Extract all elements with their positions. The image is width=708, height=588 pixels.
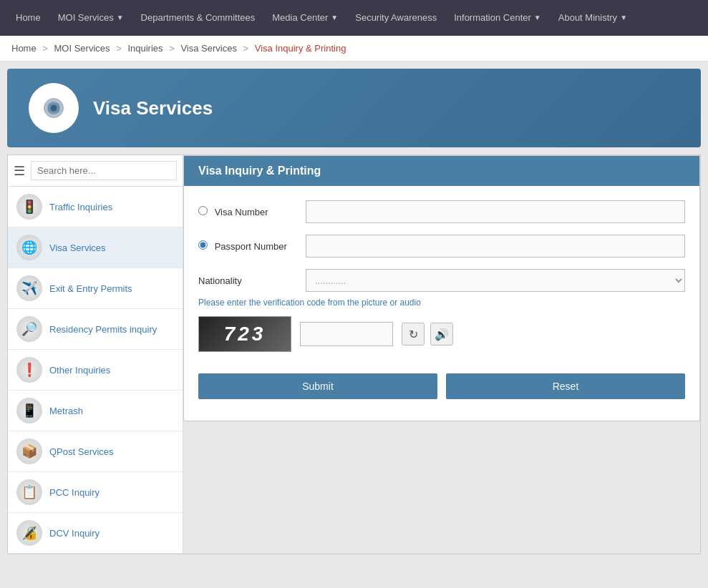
- sidebar-label-visa: Visa Services: [49, 242, 106, 253]
- nav-departments[interactable]: Departments & Committees: [132, 0, 264, 36]
- sidebar-item-exit-entry[interactable]: ✈️ Exit & Entry Permits: [8, 268, 183, 309]
- breadcrumb-sep-1: >: [42, 43, 48, 54]
- top-navigation: Home MOI Services ▼ Departments & Commit…: [0, 0, 708, 36]
- sidebar-label-metrash: Metrash: [49, 406, 83, 416]
- form-section: Visa Inquiry & Printing Visa Number Pass…: [183, 155, 700, 421]
- nationality-label: Nationality: [198, 275, 299, 286]
- sidebar-item-other[interactable]: ❗ Other Inquiries: [8, 350, 183, 391]
- visa-number-row: Visa Number: [198, 200, 685, 223]
- breadcrumb-visa-services[interactable]: Visa Services: [180, 43, 237, 54]
- captcha-image: 723: [198, 316, 291, 352]
- captcha-row: 723 ↻ 🔊: [198, 316, 685, 352]
- content-panel: Visa Inquiry & Printing Visa Number Pass…: [183, 155, 700, 554]
- nav-media-center[interactable]: Media Center ▼: [263, 0, 346, 36]
- banner-title: Visa Services: [93, 97, 213, 119]
- sidebar-label-pcc: PCC Inquiry: [49, 487, 100, 498]
- nav-home[interactable]: Home: [7, 0, 49, 36]
- sidebar-item-metrash[interactable]: 📱 Metrash: [8, 391, 183, 431]
- passport-number-input[interactable]: [306, 235, 685, 258]
- visa-number-input[interactable]: [306, 200, 685, 223]
- sidebar-label-dcv: DCV Inquiry: [49, 528, 100, 539]
- about-ministry-dropdown-arrow: ▼: [620, 0, 627, 36]
- passport-number-radio[interactable]: [198, 240, 208, 250]
- captcha-actions: ↻ 🔊: [402, 323, 453, 346]
- moi-services-dropdown-arrow: ▼: [117, 0, 124, 36]
- sidebar-label-traffic: Traffic Inquiries: [49, 202, 112, 212]
- passport-number-row: Passport Number: [198, 235, 685, 258]
- sidebar-item-qpost[interactable]: 📦 QPost Services: [8, 431, 183, 472]
- passport-number-label: Passport Number: [198, 240, 299, 252]
- sidebar-item-dcv[interactable]: 🔏 DCV Inquiry: [8, 513, 183, 554]
- banner-icon: [29, 83, 79, 133]
- pcc-icon: 📋: [16, 479, 42, 505]
- form-buttons: Submit Reset: [198, 366, 685, 406]
- media-center-dropdown-arrow: ▼: [331, 0, 338, 36]
- qpost-icon: 📦: [16, 438, 42, 464]
- captcha-refresh-button[interactable]: ↻: [402, 323, 425, 346]
- sidebar-item-residency[interactable]: 🔎 Residency Permits inquiry: [8, 309, 183, 350]
- form-body: Visa Number Passport Number Nationality: [184, 186, 699, 421]
- nav-about-ministry[interactable]: About Ministry ▼: [550, 0, 636, 36]
- reset-button[interactable]: Reset: [446, 373, 685, 399]
- breadcrumb-home[interactable]: Home: [11, 43, 37, 54]
- search-input[interactable]: [31, 161, 177, 180]
- traffic-icon: 🚦: [16, 194, 42, 220]
- sidebar-label-qpost: QPost Services: [49, 446, 114, 457]
- nationality-select[interactable]: ............: [306, 269, 685, 292]
- sidebar: ☰ 🚦 Traffic Inquiries 🌐 Visa Services ✈️…: [8, 155, 183, 554]
- captcha-input[interactable]: [300, 322, 393, 346]
- sidebar-label-exit-entry: Exit & Entry Permits: [49, 283, 132, 294]
- nav-moi-services[interactable]: MOI Services ▼: [49, 0, 132, 36]
- sidebar-item-traffic[interactable]: 🚦 Traffic Inquiries: [8, 187, 183, 227]
- breadcrumb-sep-2: >: [116, 43, 122, 54]
- sidebar-item-visa[interactable]: 🌐 Visa Services: [8, 227, 183, 268]
- sidebar-label-residency: Residency Permits inquiry: [49, 324, 157, 335]
- submit-button[interactable]: Submit: [198, 373, 437, 399]
- exit-entry-icon: ✈️: [16, 275, 42, 301]
- hamburger-icon[interactable]: ☰: [14, 163, 25, 179]
- breadcrumb-current: Visa Inquiry & Printing: [255, 43, 346, 54]
- visa-number-label: Visa Number: [198, 206, 299, 217]
- captcha-audio-button[interactable]: 🔊: [430, 323, 453, 346]
- main-content: ☰ 🚦 Traffic Inquiries 🌐 Visa Services ✈️…: [7, 155, 701, 554]
- breadcrumb-sep-4: >: [243, 43, 249, 54]
- nav-security-awareness[interactable]: Security Awareness: [346, 0, 445, 36]
- form-title: Visa Inquiry & Printing: [184, 156, 699, 186]
- visa-number-radio[interactable]: [198, 206, 208, 215]
- metrash-icon: 📱: [16, 398, 42, 423]
- residency-icon: 🔎: [16, 316, 42, 342]
- information-center-dropdown-arrow: ▼: [534, 0, 541, 36]
- sidebar-search-bar: ☰: [8, 155, 183, 187]
- dcv-icon: 🔏: [16, 520, 42, 546]
- nav-information-center[interactable]: Information Center ▼: [445, 0, 550, 36]
- svg-point-2: [51, 105, 57, 112]
- sidebar-label-other: Other Inquiries: [49, 365, 110, 376]
- breadcrumb: Home > MOI Services > Inquiries > Visa S…: [0, 36, 708, 62]
- other-inquiries-icon: ❗: [16, 357, 42, 383]
- sidebar-item-pcc[interactable]: 📋 PCC Inquiry: [8, 472, 183, 513]
- page-banner: Visa Services: [7, 69, 701, 147]
- verification-note: Please enter the verification code from …: [198, 298, 685, 308]
- visa-icon: 🌐: [16, 235, 42, 260]
- nationality-row: Nationality ............: [198, 269, 685, 292]
- breadcrumb-sep-3: >: [169, 43, 175, 54]
- breadcrumb-inquiries[interactable]: Inquiries: [127, 43, 163, 54]
- breadcrumb-moi-services[interactable]: MOI Services: [54, 43, 110, 54]
